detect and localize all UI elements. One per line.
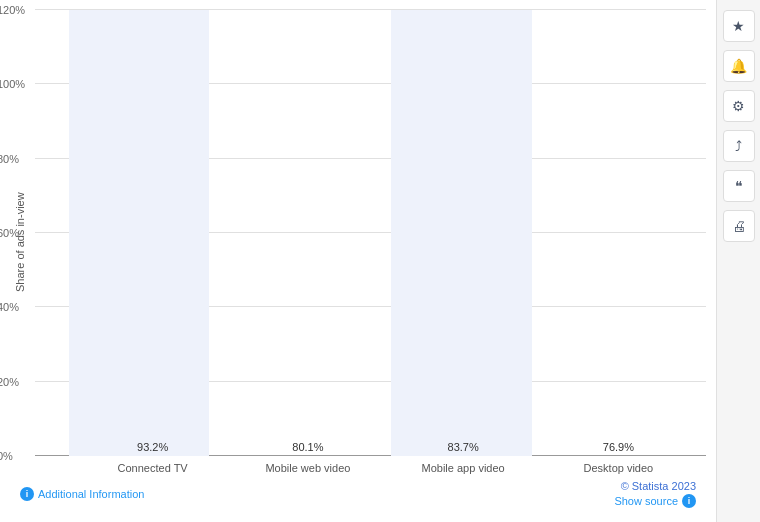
source-info-icon: i: [682, 494, 696, 508]
settings-button[interactable]: ⚙: [723, 90, 755, 122]
bar-value-label: 83.7%: [448, 441, 479, 453]
x-axis-label: Connected TV: [108, 462, 198, 474]
y-axis-tick-label: 80%: [0, 153, 19, 165]
bar-group: 83.7%: [418, 441, 508, 456]
additional-info-label[interactable]: Additional Information: [38, 488, 144, 500]
x-axis-labels: Connected TVMobile web videoMobile app v…: [35, 456, 706, 474]
info-icon: i: [20, 487, 34, 501]
footer-left[interactable]: i Additional Information: [20, 487, 144, 501]
share-button[interactable]: ⤴: [723, 130, 755, 162]
y-axis-tick-label: 20%: [0, 376, 19, 388]
star-button[interactable]: ★: [723, 10, 755, 42]
chart-area: Share of ads in-view 120%100%80%60%40%20…: [0, 0, 716, 522]
bar-value-label: 93.2%: [137, 441, 168, 453]
show-source-button[interactable]: Show source i: [614, 494, 696, 508]
y-axis-tick-label: 120%: [0, 4, 25, 16]
footer: i Additional Information © Statista 2023…: [10, 474, 706, 512]
grid-and-bars: 120%100%80%60%40%20%0%93.2%80.1%83.7%76.…: [35, 10, 706, 456]
y-axis-tick-label: 0%: [0, 450, 13, 462]
sidebar: ★🔔⚙⤴❝🖨: [716, 0, 760, 522]
chart-inner: 120%100%80%60%40%20%0%93.2%80.1%83.7%76.…: [30, 10, 706, 474]
bar-group: 80.1%: [263, 441, 353, 456]
bar-group: 93.2%: [108, 441, 198, 456]
y-axis-tick-label: 60%: [0, 227, 19, 239]
quote-button[interactable]: ❝: [723, 170, 755, 202]
show-source-label: Show source: [614, 495, 678, 507]
y-axis-tick-label: 40%: [0, 301, 19, 313]
footer-right: © Statista 2023 Show source i: [614, 480, 696, 508]
main-container: Share of ads in-view 120%100%80%60%40%20…: [0, 0, 760, 522]
print-button[interactable]: 🖨: [723, 210, 755, 242]
chart-wrapper: Share of ads in-view 120%100%80%60%40%20…: [10, 10, 706, 474]
y-axis-tick-label: 100%: [0, 78, 25, 90]
bell-button[interactable]: 🔔: [723, 50, 755, 82]
x-axis-label: Desktop video: [573, 462, 663, 474]
bar-value-label: 80.1%: [292, 441, 323, 453]
bars-container: 93.2%80.1%83.7%76.9%: [75, 10, 696, 456]
statista-credit: © Statista 2023: [621, 480, 696, 492]
x-axis-label: Mobile web video: [263, 462, 353, 474]
x-axis-label: Mobile app video: [418, 462, 508, 474]
bar-group: 76.9%: [573, 441, 663, 456]
bar-value-label: 76.9%: [603, 441, 634, 453]
